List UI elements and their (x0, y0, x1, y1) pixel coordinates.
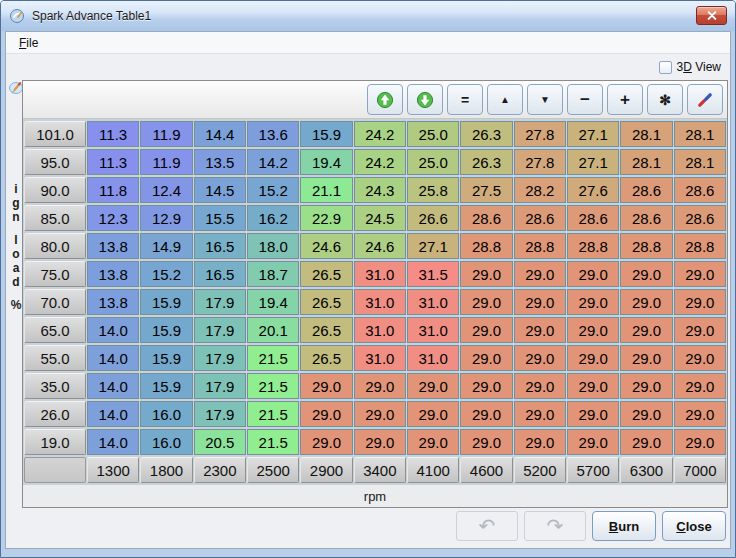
table-cell-r3-c6[interactable]: 26.6 (407, 205, 459, 231)
close-button[interactable]: Close (662, 511, 726, 541)
table-cell-r10-c3[interactable]: 21.5 (247, 401, 299, 427)
table-cell-r4-c5[interactable]: 24.6 (354, 233, 406, 259)
table-cell-r6-c9[interactable]: 29.0 (567, 289, 619, 315)
table-cell-r7-c2[interactable]: 17.9 (194, 317, 246, 343)
table-cell-r1-c5[interactable]: 24.2 (354, 149, 406, 175)
table-cell-r4-c8[interactable]: 28.8 (514, 233, 566, 259)
table-cell-r0-c11[interactable]: 28.1 (674, 121, 726, 147)
table-cell-r1-c0[interactable]: 11.3 (87, 149, 139, 175)
row-header-35.0[interactable]: 35.0 (24, 373, 86, 399)
table-cell-r10-c0[interactable]: 14.0 (87, 401, 139, 427)
row-header-55.0[interactable]: 55.0 (24, 345, 86, 371)
table-cell-r11-c6[interactable]: 29.0 (407, 429, 459, 455)
table-cell-r1-c11[interactable]: 28.1 (674, 149, 726, 175)
column-header-2300[interactable]: 2300 (194, 457, 246, 483)
table-cell-r9-c3[interactable]: 21.5 (247, 373, 299, 399)
table-cell-r4-c2[interactable]: 16.5 (194, 233, 246, 259)
table-cell-r9-c9[interactable]: 29.0 (567, 373, 619, 399)
table-cell-r11-c9[interactable]: 29.0 (567, 429, 619, 455)
table-cell-r8-c10[interactable]: 29.0 (620, 345, 672, 371)
table-cell-r9-c0[interactable]: 14.0 (87, 373, 139, 399)
table-cell-r2-c4[interactable]: 21.1 (300, 177, 352, 203)
table-cell-r6-c10[interactable]: 29.0 (620, 289, 672, 315)
row-header-19.0[interactable]: 19.0 (24, 429, 86, 455)
table-cell-r2-c0[interactable]: 11.8 (87, 177, 139, 203)
table-cell-r8-c4[interactable]: 26.5 (300, 345, 352, 371)
table-cell-r8-c8[interactable]: 29.0 (514, 345, 566, 371)
table-cell-r2-c1[interactable]: 12.4 (140, 177, 192, 203)
table-cell-r8-c6[interactable]: 31.0 (407, 345, 459, 371)
set-value-button[interactable]: = (447, 84, 483, 115)
table-cell-r11-c3[interactable]: 21.5 (247, 429, 299, 455)
table-cell-r8-c1[interactable]: 15.9 (140, 345, 192, 371)
menu-file[interactable]: File (14, 34, 43, 52)
burn-button[interactable]: Burn (592, 511, 656, 541)
table-cell-r8-c7[interactable]: 29.0 (460, 345, 512, 371)
table-cell-r6-c6[interactable]: 31.0 (407, 289, 459, 315)
column-header-7000[interactable]: 7000 (674, 457, 726, 483)
table-cell-r9-c10[interactable]: 29.0 (620, 373, 672, 399)
table-cell-r10-c6[interactable]: 29.0 (407, 401, 459, 427)
table-cell-r2-c9[interactable]: 27.6 (567, 177, 619, 203)
table-cell-r3-c8[interactable]: 28.6 (514, 205, 566, 231)
table-cell-r8-c5[interactable]: 31.0 (354, 345, 406, 371)
table-cell-r3-c4[interactable]: 22.9 (300, 205, 352, 231)
table-cell-r0-c2[interactable]: 14.4 (194, 121, 246, 147)
decrement-button[interactable]: ▼ (527, 84, 563, 115)
table-cell-r5-c2[interactable]: 16.5 (194, 261, 246, 287)
table-cell-r9-c4[interactable]: 29.0 (300, 373, 352, 399)
table-cell-r7-c1[interactable]: 15.9 (140, 317, 192, 343)
column-header-2500[interactable]: 2500 (247, 457, 299, 483)
undo-button[interactable]: ↶ (456, 511, 518, 541)
table-cell-r4-c4[interactable]: 24.6 (300, 233, 352, 259)
table-cell-r6-c11[interactable]: 29.0 (674, 289, 726, 315)
table-cell-r6-c2[interactable]: 17.9 (194, 289, 246, 315)
table-cell-r9-c1[interactable]: 15.9 (140, 373, 192, 399)
title-bar[interactable]: Spark Advance Table1 (1, 1, 735, 31)
table-cell-r0-c0[interactable]: 11.3 (87, 121, 139, 147)
column-header-6300[interactable]: 6300 (620, 457, 672, 483)
table-cell-r10-c11[interactable]: 29.0 (674, 401, 726, 427)
table-cell-r2-c6[interactable]: 25.8 (407, 177, 459, 203)
redo-button[interactable]: ↷ (524, 511, 586, 541)
table-cell-r6-c3[interactable]: 19.4 (247, 289, 299, 315)
view-3d-label[interactable]: 3D View (677, 60, 722, 74)
table-cell-r6-c1[interactable]: 15.9 (140, 289, 192, 315)
table-cell-r11-c7[interactable]: 29.0 (460, 429, 512, 455)
table-cell-r4-c3[interactable]: 18.0 (247, 233, 299, 259)
table-cell-r5-c0[interactable]: 13.8 (87, 261, 139, 287)
increment-button[interactable]: ▲ (487, 84, 523, 115)
table-cell-r4-c6[interactable]: 27.1 (407, 233, 459, 259)
table-cell-r7-c7[interactable]: 29.0 (460, 317, 512, 343)
table-cell-r5-c3[interactable]: 18.7 (247, 261, 299, 287)
table-cell-r4-c10[interactable]: 28.8 (620, 233, 672, 259)
add-button[interactable]: + (607, 84, 643, 115)
view-3d-checkbox[interactable] (659, 61, 672, 74)
table-cell-r0-c3[interactable]: 13.6 (247, 121, 299, 147)
subtract-button[interactable]: − (567, 84, 603, 115)
table-cell-r4-c0[interactable]: 13.8 (87, 233, 139, 259)
row-header-80.0[interactable]: 80.0 (24, 233, 86, 259)
table-cell-r3-c0[interactable]: 12.3 (87, 205, 139, 231)
table-cell-r0-c4[interactable]: 15.9 (300, 121, 352, 147)
table-cell-r2-c10[interactable]: 28.6 (620, 177, 672, 203)
table-cell-r11-c4[interactable]: 29.0 (300, 429, 352, 455)
table-cell-r7-c5[interactable]: 31.0 (354, 317, 406, 343)
table-cell-r7-c0[interactable]: 14.0 (87, 317, 139, 343)
table-cell-r0-c6[interactable]: 25.0 (407, 121, 459, 147)
table-cell-r3-c3[interactable]: 16.2 (247, 205, 299, 231)
table-cell-r7-c4[interactable]: 26.5 (300, 317, 352, 343)
table-cell-r2-c8[interactable]: 28.2 (514, 177, 566, 203)
multiply-button[interactable]: ✻ (647, 84, 683, 115)
table-cell-r3-c11[interactable]: 28.6 (674, 205, 726, 231)
table-cell-r4-c11[interactable]: 28.8 (674, 233, 726, 259)
table-cell-r3-c9[interactable]: 28.6 (567, 205, 619, 231)
table-cell-r1-c8[interactable]: 27.8 (514, 149, 566, 175)
row-header-75.0[interactable]: 75.0 (24, 261, 86, 287)
table-cell-r3-c7[interactable]: 28.6 (460, 205, 512, 231)
table-cell-r8-c9[interactable]: 29.0 (567, 345, 619, 371)
row-header-95.0[interactable]: 95.0 (24, 149, 86, 175)
table-cell-r5-c7[interactable]: 29.0 (460, 261, 512, 287)
row-header-90.0[interactable]: 90.0 (24, 177, 86, 203)
table-cell-r7-c11[interactable]: 29.0 (674, 317, 726, 343)
